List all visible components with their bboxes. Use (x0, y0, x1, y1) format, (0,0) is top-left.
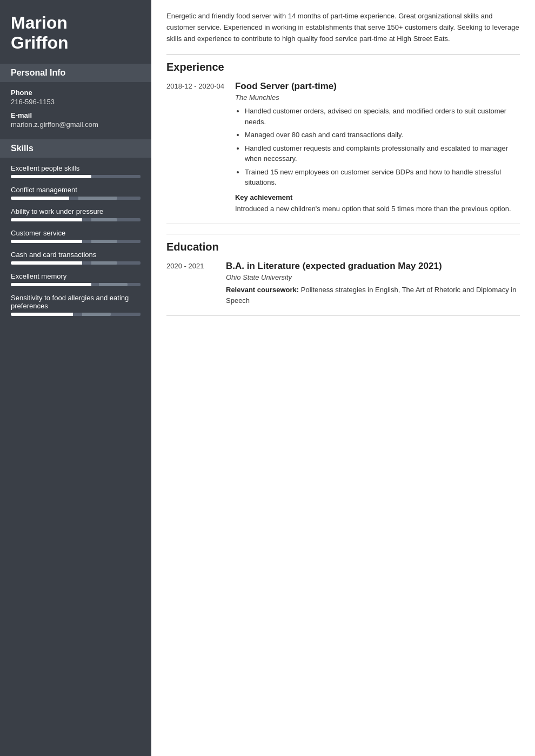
bullet-3: Trained 15 new employees on customer ser… (245, 167, 520, 188)
email-value: marion.z.girffon@gmail.com (11, 120, 141, 129)
job-title: Food Server (part-time) (235, 81, 520, 92)
sidebar: Marion Griffon Personal Info Phone 216-5… (0, 0, 151, 756)
key-achievement-label: Key achievement (235, 193, 520, 201)
last-name: Griffon (11, 33, 69, 52)
skill-label: Excellent memory (11, 272, 141, 280)
edu-degree-title: B.A. in Literature (expected graduation … (226, 261, 520, 272)
skill-label: Excellent people skills (11, 164, 141, 172)
skill-excellent-people-skills: Excellent people skills (11, 164, 141, 178)
personal-info-block: Phone 216-596-1153 E-mail marion.z.girff… (0, 89, 151, 139)
skill-label: Sensitivity to food allergies and eating… (11, 294, 141, 310)
divider-experience (166, 54, 520, 55)
education-detail: B.A. in Literature (expected graduation … (226, 261, 520, 306)
experience-date-text: 2018-12 - 2020-04 (166, 82, 224, 90)
education-item-0: 2020 - 2021 B.A. in Literature (expected… (166, 261, 520, 316)
skill-label: Customer service (11, 229, 141, 237)
bullet-0: Handled customer orders, advised on spec… (245, 106, 520, 127)
skill-bar (11, 218, 141, 221)
skill-excellent-memory: Excellent memory (11, 272, 141, 286)
skill-bar (11, 175, 141, 178)
skill-cash-card-transactions: Cash and card transactions (11, 251, 141, 265)
bullet-1: Managed over 80 cash and card transactio… (245, 130, 520, 140)
experience-date: 2018-12 - 2020-04 (166, 81, 224, 214)
skills-header: Skills (0, 139, 151, 158)
skill-label: Cash and card transactions (11, 251, 141, 259)
summary-text: Energetic and friendly food server with … (166, 11, 520, 44)
phone-value: 216-596-1153 (11, 98, 141, 106)
edu-institution: Ohio State University (226, 273, 520, 281)
skill-customer-service: Customer service (11, 229, 141, 243)
skill-label: Ability to work under pressure (11, 207, 141, 215)
skill-bar (11, 261, 141, 265)
coursework-label: Relevant coursework: (226, 286, 299, 294)
first-name: Marion (11, 13, 68, 32)
skill-ability-work-pressure: Ability to work under pressure (11, 207, 141, 221)
experience-bullets: Handled customer orders, advised on spec… (235, 106, 520, 188)
skill-bar (11, 313, 141, 316)
education-section-title: Education (166, 241, 520, 253)
education-date: 2020 - 2021 (166, 261, 215, 306)
email-label: E-mail (11, 111, 141, 119)
skill-food-allergies: Sensitivity to food allergies and eating… (11, 294, 141, 316)
experience-item-0: 2018-12 - 2020-04 Food Server (part-time… (166, 81, 520, 224)
coursework-text: Relevant coursework: Politeness strategi… (226, 285, 520, 306)
personal-info-header: Personal Info (0, 64, 151, 82)
skill-bar (11, 283, 141, 286)
main-content: Energetic and friendly food server with … (151, 0, 535, 756)
key-achievement-text: Introduced a new children's menu option … (235, 204, 520, 214)
skill-bar (11, 240, 141, 243)
skills-block: Excellent people skills Conflict managem… (0, 164, 151, 334)
education-date-text: 2020 - 2021 (166, 262, 204, 270)
divider-education (166, 234, 520, 234)
name-block: Marion Griffon (0, 0, 151, 64)
skill-bar (11, 197, 141, 200)
skill-label: Conflict management (11, 186, 141, 194)
phone-label: Phone (11, 89, 141, 97)
experience-section-title: Experience (166, 61, 520, 73)
experience-detail: Food Server (part-time) The Munchies Han… (235, 81, 520, 214)
full-name: Marion Griffon (11, 13, 141, 53)
company-name: The Munchies (235, 93, 520, 102)
skill-conflict-management: Conflict management (11, 186, 141, 200)
bullet-2: Handled customer requests and complaints… (245, 143, 520, 164)
